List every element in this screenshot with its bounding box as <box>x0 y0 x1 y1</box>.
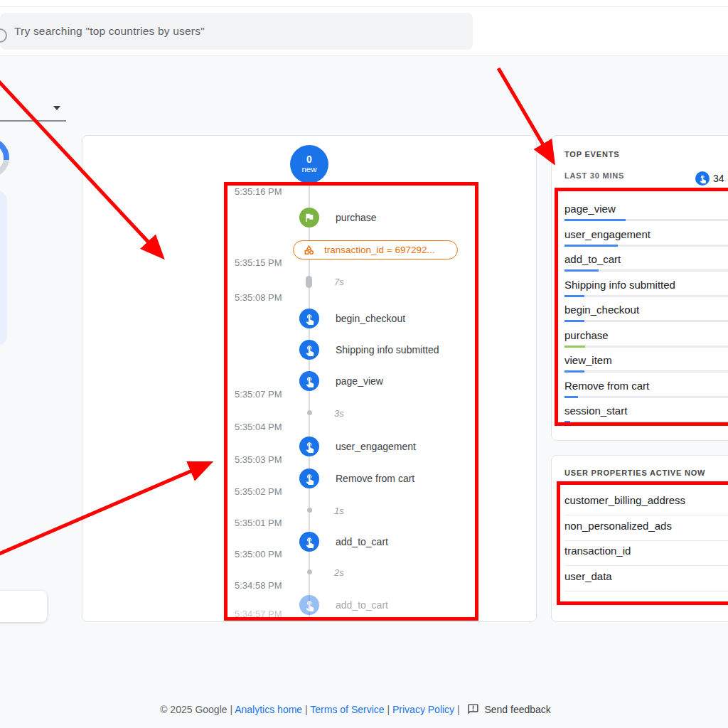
top-event-row[interactable]: Remove from cart <box>564 379 728 400</box>
device-donut-chart-fragment <box>0 138 9 178</box>
touch-icon <box>695 171 710 186</box>
chevron-down-icon[interactable] <box>53 106 60 110</box>
device-select-underline <box>0 120 66 122</box>
analytics-home-link[interactable]: Analytics home <box>235 704 302 715</box>
event-count: 34 <box>713 173 724 184</box>
gap-duration: 3s <box>334 408 344 419</box>
timeline-event-page-view[interactable]: page_view <box>299 371 383 391</box>
timestamp: 5:35:07 PM <box>235 389 282 400</box>
gap-marker <box>307 569 312 574</box>
touch-icon <box>299 437 319 456</box>
gap-marker <box>307 508 312 513</box>
send-feedback-link[interactable]: Send feedback <box>484 704 550 715</box>
user-property-row[interactable]: customer_billing_address <box>564 493 728 508</box>
timeline-event-remove-from-cart[interactable]: Remove from cart <box>299 469 414 488</box>
timeline-event-purchase[interactable]: purchase <box>299 208 377 228</box>
search-placeholder: Try searching "top countries by users" <box>14 25 205 38</box>
timeline-event-user-engagement[interactable]: user_engagement <box>299 437 416 456</box>
timeline-event-add-to-cart-faded[interactable]: add_to_cart <box>299 595 388 615</box>
timestamp: 5:35:02 PM <box>235 486 282 497</box>
user-properties-title: USER PROPERTIES ACTIVE NOW <box>564 469 705 477</box>
flag-icon <box>299 208 319 228</box>
event-bar <box>564 396 578 398</box>
top-app-bar: Try searching "top countries by users" <box>0 0 728 56</box>
event-bar <box>564 269 599 272</box>
touch-icon <box>299 532 319 552</box>
top-events-subtitle: LAST 30 MINS <box>564 171 624 180</box>
gap-duration: 1s <box>334 505 344 516</box>
copyright: © 2025 Google <box>160 704 227 715</box>
user-property-row[interactable]: non_personalized_ads <box>564 519 728 533</box>
timeline-event-add-to-cart[interactable]: add_to_cart <box>299 532 388 552</box>
debug-timeline-card: 0 new 5:35:16 PM 5:35:15 PM 5:35:08 PM 5… <box>82 135 537 622</box>
touch-icon <box>299 340 319 360</box>
timeline-event-begin-checkout[interactable]: begin_checkout <box>299 309 405 328</box>
minutes-ago-panel-fragment <box>0 191 7 346</box>
gap-marker <box>306 276 312 288</box>
category-icon <box>303 244 315 256</box>
event-param-chip[interactable]: transaction_id = 697292... <box>293 240 458 259</box>
event-bar <box>564 346 585 348</box>
gap-marker <box>307 410 312 415</box>
event-bar <box>564 295 584 297</box>
touch-icon <box>299 595 319 615</box>
gap-duration: 2s <box>334 567 344 578</box>
top-event-row[interactable]: Shipping info submitted <box>564 278 728 299</box>
timestamp: 5:35:00 PM <box>235 549 282 560</box>
search-input[interactable]: Try searching "top countries by users" <box>0 13 473 50</box>
timestamp: 5:35:01 PM <box>235 518 282 528</box>
footer: © 2025 Google | Analytics home | Terms o… <box>0 703 711 717</box>
timestamp: 5:35:08 PM <box>235 292 282 303</box>
event-bar <box>564 320 584 322</box>
timestamp: 5:34:57 PM <box>235 609 282 619</box>
top-event-row[interactable]: page_view <box>564 202 728 223</box>
touch-icon <box>299 469 319 488</box>
top-hairline <box>0 6 728 7</box>
timestamp: 5:35:03 PM <box>235 454 282 465</box>
event-bar <box>564 421 570 423</box>
tooltip-fragment <box>0 591 47 622</box>
top-event-row[interactable]: add_to_cart <box>564 252 728 274</box>
touch-icon <box>299 371 319 391</box>
gap-duration: 7s <box>334 277 344 287</box>
top-events-title: TOP EVENTS <box>564 150 619 159</box>
event-param-label: transaction_id = 697292... <box>324 245 435 255</box>
user-properties-card: USER PROPERTIES ACTIVE NOW customer_bill… <box>551 455 728 622</box>
new-events-count: 0 <box>306 154 312 165</box>
top-event-row[interactable]: purchase <box>564 328 728 350</box>
top-event-row[interactable]: begin_checkout <box>564 303 728 324</box>
top-event-row[interactable]: session_start <box>564 404 728 425</box>
timestamp: 5:35:16 PM <box>235 186 282 197</box>
privacy-policy-link[interactable]: Privacy Policy <box>392 704 454 715</box>
timestamp: 5:34:58 PM <box>235 580 282 591</box>
new-events-label: new <box>301 165 316 174</box>
user-property-row[interactable]: transaction_id <box>564 544 728 558</box>
top-event-row[interactable]: view_item <box>564 353 728 375</box>
terms-of-service-link[interactable]: Terms of Service <box>310 704 384 715</box>
timeline-event-shipping[interactable]: Shipping info submitted <box>299 340 439 360</box>
user-property-row[interactable]: user_data <box>564 569 728 584</box>
event-bar <box>564 219 626 221</box>
top-event-row[interactable]: user_engagement <box>564 228 728 249</box>
event-bar <box>564 370 584 373</box>
event-bar <box>564 245 618 247</box>
top-events-card: TOP EVENTS LAST 30 MINS 34 page_view use… <box>551 135 728 441</box>
timestamp: 5:35:15 PM <box>235 257 282 268</box>
new-events-badge[interactable]: 0 new <box>290 145 328 183</box>
touch-icon <box>299 309 319 328</box>
timestamp: 5:35:04 PM <box>235 422 282 432</box>
feedback-icon <box>467 703 479 717</box>
